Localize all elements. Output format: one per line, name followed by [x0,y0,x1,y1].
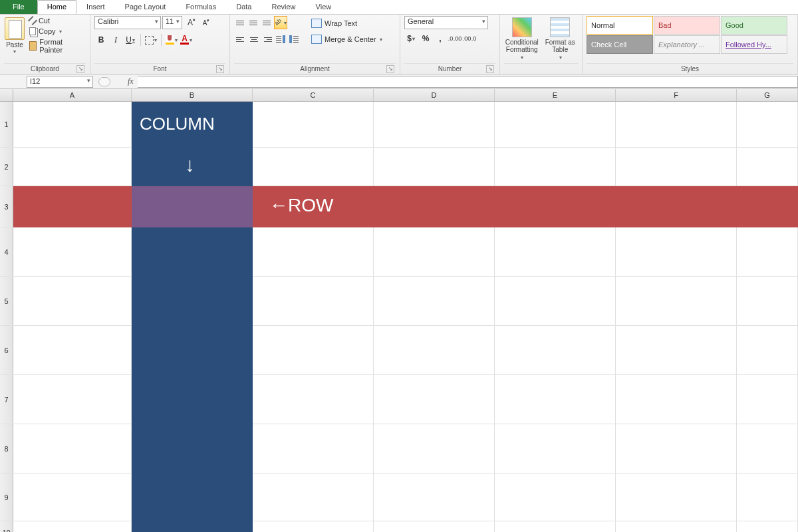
column-header-C[interactable]: C [253,89,374,101]
accounting-format-button[interactable]: $▾ [404,32,418,45]
borders-button[interactable]: ▾ [144,33,158,47]
style-followed-hyperlink[interactable]: Followed Hy... [721,35,787,54]
cell-G5[interactable] [737,277,798,325]
table-dropdown-icon[interactable]: ▾ [559,55,562,61]
italic-button[interactable]: I [109,33,122,47]
column-header-F[interactable]: F [616,89,737,101]
cell-F10[interactable] [616,521,737,532]
cell-A5[interactable] [13,277,132,325]
cell-C1[interactable] [253,102,374,147]
style-check-cell[interactable]: Check Cell [587,35,653,54]
clipboard-launcher[interactable]: ↘ [76,65,84,73]
cell-A8[interactable] [13,424,132,473]
cut-button[interactable]: Cut [28,16,86,25]
cell-E1[interactable] [495,102,616,147]
font-name-select[interactable]: Calibri [94,16,161,29]
row-header-9[interactable]: 9 [0,473,13,521]
cell-F8[interactable] [616,424,737,473]
row-header-7[interactable]: 7 [0,375,13,424]
cell-D6[interactable] [374,326,495,374]
cell-G9[interactable] [737,473,798,521]
cell-D10[interactable] [374,521,495,532]
cell-D9[interactable] [374,473,495,521]
cell-A10[interactable] [13,521,132,532]
percent-button[interactable]: % [419,32,432,45]
cell-G2[interactable] [737,148,798,186]
tab-view[interactable]: View [306,0,342,14]
cell-E9[interactable] [495,473,616,521]
cell-D4[interactable] [374,227,495,276]
cell-C5[interactable] [253,277,374,325]
cell-G8[interactable] [737,424,798,473]
alignment-launcher[interactable]: ↘ [386,65,394,73]
comma-style-button[interactable]: , [434,32,447,45]
row-header-6[interactable]: 6 [0,326,13,374]
style-good[interactable]: Good [721,16,787,35]
column-header-E[interactable]: E [495,89,616,101]
style-bad[interactable]: Bad [654,16,720,35]
borders-dropdown-icon[interactable]: ▾ [154,37,157,43]
row-header-10[interactable]: 10 [0,521,13,532]
cell-A2[interactable] [13,148,132,186]
cell-D7[interactable] [374,375,495,424]
cell-F6[interactable] [616,326,737,374]
tab-formulas[interactable]: Formulas [176,0,226,14]
underline-button[interactable]: U▾ [124,33,137,47]
grow-font-button[interactable]: A▴ [184,16,197,29]
cell-C9[interactable] [253,473,374,521]
format-painter-button[interactable]: Format Painter [28,37,86,55]
column-header-D[interactable]: D [374,89,495,101]
cell-D8[interactable] [374,424,495,473]
format-as-table-button[interactable]: Format as Table▾ [543,16,579,61]
font-color-dropdown-icon[interactable]: ▾ [189,37,192,43]
row-header-4[interactable]: 4 [0,227,13,276]
column-header-B[interactable]: B [132,89,253,101]
name-box[interactable]: I12 [27,76,93,88]
cell-A1[interactable] [13,102,132,147]
row-header-3[interactable]: 3 [0,186,13,227]
cell-C7[interactable] [253,375,374,424]
column-header-A[interactable]: A [13,89,132,101]
accounting-dropdown-icon[interactable]: ▾ [412,36,415,42]
align-bottom-button[interactable] [261,16,274,29]
underline-dropdown-icon[interactable]: ▾ [132,37,135,43]
paste-button[interactable]: Paste ▾ [4,16,25,55]
row-header-2[interactable]: 2 [0,148,13,186]
align-middle-button[interactable] [247,16,261,29]
conditional-formatting-button[interactable]: Conditional Formatting▾ [504,16,540,61]
cell-E4[interactable] [495,227,616,276]
merge-center-button[interactable]: Merge & Center▾ [307,32,386,47]
align-center-button[interactable] [247,33,261,46]
cell-D5[interactable] [374,277,495,325]
cell-C4[interactable] [253,227,374,276]
copy-dropdown-icon[interactable]: ▾ [59,29,62,35]
cell-E5[interactable] [495,277,616,325]
cell-G7[interactable] [737,375,798,424]
cell-E10[interactable] [495,521,616,532]
cell-A9[interactable] [13,473,132,521]
cell-F1[interactable] [616,102,737,147]
cell-D1[interactable] [374,102,495,147]
cell-G1[interactable] [737,102,798,147]
cond-dropdown-icon[interactable]: ▾ [520,55,523,61]
cell-E8[interactable] [495,424,616,473]
font-size-select[interactable]: 11 [162,16,182,29]
paste-dropdown-icon[interactable]: ▾ [4,49,25,55]
cell-A7[interactable] [13,375,132,424]
cell-C8[interactable] [253,424,374,473]
number-format-select[interactable]: General [404,16,488,29]
cell-E7[interactable] [495,375,616,424]
row-header-5[interactable]: 5 [0,277,13,325]
cell-E6[interactable] [495,326,616,374]
sheet-body[interactable]: COLUMN ↓ ←ROW 12345678910 [0,102,798,532]
tab-insert[interactable]: Insert [76,0,115,14]
shrink-font-button[interactable]: A▾ [198,16,211,29]
font-color-button[interactable]: A▾ [180,33,193,47]
cell-G6[interactable] [737,326,798,374]
bold-button[interactable]: B [94,33,108,47]
decrease-decimal-button[interactable]: .00 .0 [463,32,476,45]
formula-input[interactable] [138,76,798,88]
tab-data[interactable]: Data [226,0,261,14]
cell-F2[interactable] [616,148,737,186]
orientation-dropdown-icon[interactable]: ▾ [283,20,287,26]
